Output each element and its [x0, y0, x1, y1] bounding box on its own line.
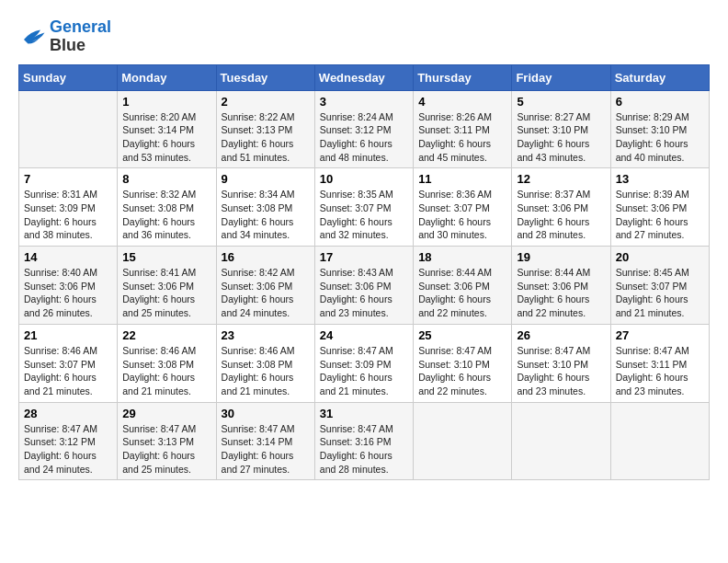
day-number: 2: [222, 95, 310, 109]
weekday-header-row: SundayMondayTuesdayWednesdayThursdayFrid…: [19, 64, 710, 90]
calendar-cell: 29Sunrise: 8:47 AMSunset: 3:13 PMDayligh…: [118, 402, 216, 480]
calendar-header: SundayMondayTuesdayWednesdayThursdayFrid…: [19, 64, 710, 90]
calendar-week-1: 1Sunrise: 8:20 AMSunset: 3:14 PMDaylight…: [19, 90, 710, 168]
day-number: 5: [517, 95, 605, 109]
day-info: Sunrise: 8:29 AMSunset: 3:10 PMDaylight:…: [616, 110, 704, 165]
day-number: 30: [222, 407, 310, 420]
day-number: 24: [320, 328, 408, 342]
day-number: 22: [122, 328, 210, 342]
calendar-cell: 9Sunrise: 8:34 AMSunset: 3:08 PMDaylight…: [216, 168, 314, 247]
day-info: Sunrise: 8:32 AMSunset: 3:08 PMDaylight:…: [122, 188, 210, 242]
calendar-cell: 22Sunrise: 8:46 AMSunset: 3:08 PMDayligh…: [118, 324, 216, 402]
calendar-cell: 8Sunrise: 8:32 AMSunset: 3:08 PMDaylight…: [118, 168, 216, 247]
weekday-header-wednesday: Wednesday: [314, 64, 413, 90]
page-header: GeneralBlue: [18, 18, 710, 55]
calendar-cell: 2Sunrise: 8:22 AMSunset: 3:13 PMDaylight…: [216, 90, 314, 168]
logo: GeneralBlue: [18, 18, 111, 55]
weekday-header-thursday: Thursday: [414, 64, 512, 90]
day-info: Sunrise: 8:31 AMSunset: 3:09 PMDaylight:…: [24, 188, 112, 242]
calendar-cell: 21Sunrise: 8:46 AMSunset: 3:07 PMDayligh…: [19, 324, 118, 402]
calendar-cell: 20Sunrise: 8:45 AMSunset: 3:07 PMDayligh…: [610, 247, 709, 325]
day-number: 14: [24, 250, 112, 264]
weekday-header-monday: Monday: [118, 64, 216, 90]
day-info: Sunrise: 8:47 AMSunset: 3:10 PMDaylight:…: [418, 344, 506, 398]
calendar-cell: 13Sunrise: 8:39 AMSunset: 3:06 PMDayligh…: [610, 168, 709, 247]
day-info: Sunrise: 8:47 AMSunset: 3:14 PMDaylight:…: [222, 422, 310, 477]
calendar-cell: 28Sunrise: 8:47 AMSunset: 3:12 PMDayligh…: [19, 402, 118, 480]
calendar-cell: 16Sunrise: 8:42 AMSunset: 3:06 PMDayligh…: [216, 247, 314, 325]
calendar-cell: 7Sunrise: 8:31 AMSunset: 3:09 PMDaylight…: [19, 168, 118, 247]
calendar-cell: 5Sunrise: 8:27 AMSunset: 3:10 PMDaylight…: [512, 90, 610, 168]
weekday-header-sunday: Sunday: [19, 64, 118, 90]
day-info: Sunrise: 8:44 AMSunset: 3:06 PMDaylight:…: [418, 266, 506, 320]
calendar-cell: 31Sunrise: 8:47 AMSunset: 3:16 PMDayligh…: [314, 402, 413, 480]
logo-bird-icon: [18, 26, 46, 48]
day-number: 12: [517, 172, 605, 186]
calendar-cell: 3Sunrise: 8:24 AMSunset: 3:12 PMDaylight…: [314, 90, 413, 168]
day-info: Sunrise: 8:47 AMSunset: 3:16 PMDaylight:…: [320, 422, 408, 477]
calendar-cell: 30Sunrise: 8:47 AMSunset: 3:14 PMDayligh…: [216, 402, 314, 480]
day-info: Sunrise: 8:34 AMSunset: 3:08 PMDaylight:…: [222, 188, 310, 242]
day-info: Sunrise: 8:40 AMSunset: 3:06 PMDaylight:…: [24, 266, 112, 320]
day-info: Sunrise: 8:47 AMSunset: 3:10 PMDaylight:…: [517, 344, 605, 398]
day-number: 1: [122, 95, 210, 109]
calendar-cell: 18Sunrise: 8:44 AMSunset: 3:06 PMDayligh…: [414, 247, 512, 325]
day-number: 21: [24, 328, 112, 342]
day-info: Sunrise: 8:46 AMSunset: 3:08 PMDaylight:…: [222, 344, 310, 398]
day-info: Sunrise: 8:47 AMSunset: 3:13 PMDaylight:…: [122, 422, 210, 477]
calendar-cell: 1Sunrise: 8:20 AMSunset: 3:14 PMDaylight…: [118, 90, 216, 168]
calendar-cell: [512, 402, 610, 480]
day-number: 20: [616, 250, 704, 264]
calendar-table: SundayMondayTuesdayWednesdayThursdayFrid…: [18, 64, 710, 481]
day-number: 7: [24, 172, 112, 186]
day-number: 28: [24, 407, 112, 420]
calendar-cell: [610, 402, 709, 480]
calendar-week-3: 14Sunrise: 8:40 AMSunset: 3:06 PMDayligh…: [19, 247, 710, 325]
day-info: Sunrise: 8:43 AMSunset: 3:06 PMDaylight:…: [320, 266, 408, 320]
calendar-cell: 23Sunrise: 8:46 AMSunset: 3:08 PMDayligh…: [216, 324, 314, 402]
calendar-cell: 19Sunrise: 8:44 AMSunset: 3:06 PMDayligh…: [512, 247, 610, 325]
day-info: Sunrise: 8:47 AMSunset: 3:11 PMDaylight:…: [616, 344, 704, 398]
day-number: 16: [222, 250, 310, 264]
calendar-body: 1Sunrise: 8:20 AMSunset: 3:14 PMDaylight…: [19, 90, 710, 480]
calendar-week-2: 7Sunrise: 8:31 AMSunset: 3:09 PMDaylight…: [19, 168, 710, 247]
day-info: Sunrise: 8:47 AMSunset: 3:12 PMDaylight:…: [24, 422, 112, 477]
day-number: 19: [517, 250, 605, 264]
day-info: Sunrise: 8:20 AMSunset: 3:14 PMDaylight:…: [122, 110, 210, 165]
calendar-week-5: 28Sunrise: 8:47 AMSunset: 3:12 PMDayligh…: [19, 402, 710, 480]
logo-text: GeneralBlue: [50, 18, 111, 55]
day-number: 25: [418, 328, 506, 342]
calendar-cell: 26Sunrise: 8:47 AMSunset: 3:10 PMDayligh…: [512, 324, 610, 402]
calendar-cell: 15Sunrise: 8:41 AMSunset: 3:06 PMDayligh…: [118, 247, 216, 325]
day-info: Sunrise: 8:35 AMSunset: 3:07 PMDaylight:…: [320, 188, 408, 242]
calendar-cell: [414, 402, 512, 480]
day-number: 17: [320, 250, 408, 264]
day-info: Sunrise: 8:45 AMSunset: 3:07 PMDaylight:…: [616, 266, 704, 320]
calendar-cell: 24Sunrise: 8:47 AMSunset: 3:09 PMDayligh…: [314, 324, 413, 402]
day-number: 23: [222, 328, 310, 342]
day-number: 4: [418, 95, 506, 109]
day-number: 15: [122, 250, 210, 264]
day-number: 8: [122, 172, 210, 186]
day-info: Sunrise: 8:24 AMSunset: 3:12 PMDaylight:…: [320, 110, 408, 165]
day-number: 29: [122, 407, 210, 420]
calendar-cell: 14Sunrise: 8:40 AMSunset: 3:06 PMDayligh…: [19, 247, 118, 325]
weekday-header-tuesday: Tuesday: [216, 64, 314, 90]
day-info: Sunrise: 8:37 AMSunset: 3:06 PMDaylight:…: [517, 188, 605, 242]
day-number: 13: [616, 172, 704, 186]
day-info: Sunrise: 8:22 AMSunset: 3:13 PMDaylight:…: [222, 110, 310, 165]
calendar-cell: 27Sunrise: 8:47 AMSunset: 3:11 PMDayligh…: [610, 324, 709, 402]
day-number: 9: [222, 172, 310, 186]
calendar-cell: 12Sunrise: 8:37 AMSunset: 3:06 PMDayligh…: [512, 168, 610, 247]
day-info: Sunrise: 8:42 AMSunset: 3:06 PMDaylight:…: [222, 266, 310, 320]
calendar-cell: 4Sunrise: 8:26 AMSunset: 3:11 PMDaylight…: [414, 90, 512, 168]
day-info: Sunrise: 8:46 AMSunset: 3:07 PMDaylight:…: [24, 344, 112, 398]
day-number: 10: [320, 172, 408, 186]
day-number: 18: [418, 250, 506, 264]
day-info: Sunrise: 8:41 AMSunset: 3:06 PMDaylight:…: [122, 266, 210, 320]
day-info: Sunrise: 8:46 AMSunset: 3:08 PMDaylight:…: [122, 344, 210, 398]
day-number: 3: [320, 95, 408, 109]
calendar-cell: 25Sunrise: 8:47 AMSunset: 3:10 PMDayligh…: [414, 324, 512, 402]
day-number: 26: [517, 328, 605, 342]
day-number: 11: [418, 172, 506, 186]
